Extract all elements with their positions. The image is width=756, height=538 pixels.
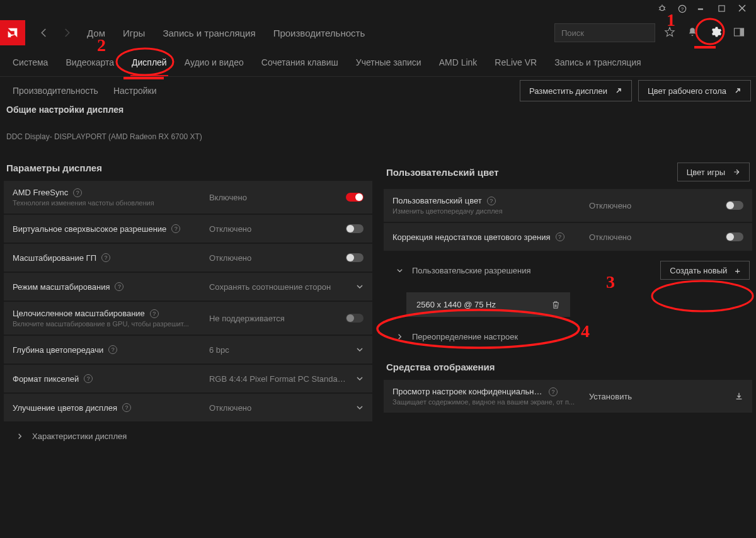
annotation-4: 4 (581, 321, 590, 341)
help-icon[interactable]: ? (150, 309, 159, 318)
freesync-value: Включено (209, 193, 247, 202)
help-icon[interactable]: ? (556, 232, 564, 241)
create-new-button[interactable]: Создать новый + (660, 261, 750, 280)
row-pixel[interactable]: Формат пикселей? RGB 4:4:4 Pixel Format … (4, 365, 372, 392)
chevron-down-icon[interactable] (396, 267, 403, 274)
game-color-button[interactable]: Цвет игры (677, 163, 750, 181)
help-icon[interactable]: ? (122, 403, 131, 412)
trash-icon[interactable] (551, 300, 560, 309)
nav-home[interactable]: Дом (78, 28, 114, 38)
forward-button[interactable] (55, 27, 78, 38)
gpu-scale-value: Отключено (209, 253, 251, 263)
gpu-scale-toggle[interactable] (346, 253, 364, 262)
vsr-value: Отключено (209, 224, 251, 234)
maximize-icon[interactable] (718, 4, 727, 13)
scale-mode-label: Режим масштабирования (13, 282, 110, 292)
row-privacy: Просмотр настроек конфиденциальности ...… (384, 380, 752, 413)
tab-relive[interactable]: ReLive VR (486, 48, 546, 76)
back-button[interactable] (33, 27, 55, 38)
svg-rect-8 (719, 6, 724, 11)
deficiency-label: Коррекция недостатков цветового зрения (392, 232, 551, 242)
help-icon[interactable]: ? (171, 224, 180, 233)
help-icon[interactable]: ? (115, 282, 123, 291)
color-enh-value: Отключено (209, 403, 251, 413)
tab-amdlink[interactable]: AMD Link (430, 48, 486, 76)
tab-display[interactable]: Дисплей (123, 48, 176, 76)
tab-gpu[interactable]: Видеокарта (57, 48, 123, 76)
int-scale-desc: Включите масштабирование в GPU, чтобы ра… (13, 320, 209, 328)
tab-accounts[interactable]: Учетные записи (347, 48, 430, 76)
row-bpc[interactable]: Глубина цветопередачи? 6 bpc (4, 336, 372, 363)
display-specs-toggle[interactable]: Характеристики дисплея (32, 432, 127, 441)
close-icon[interactable] (738, 4, 747, 13)
open-icon (734, 87, 742, 94)
row-gpu-scale: Масштабирование ГП? Отключено (4, 244, 372, 272)
sub-perf[interactable]: Производительность (5, 86, 106, 96)
nav-performance[interactable]: Производительность (265, 28, 374, 38)
custom-resolution-item[interactable]: 2560 x 1440 @ 75 Hz (406, 292, 570, 317)
bell-icon[interactable] (687, 26, 698, 40)
chevron-down-icon (356, 283, 364, 290)
tab-hotkeys[interactable]: Сочетания клавиш (253, 48, 347, 76)
display-tools-heading: Средства отображения (384, 348, 752, 380)
help-icon[interactable]: ? (108, 345, 117, 354)
help-icon[interactable]: ? (678, 4, 687, 13)
annotation-3: 3 (606, 272, 615, 292)
deficiency-toggle[interactable] (726, 232, 743, 241)
install-button[interactable]: Установить (589, 392, 632, 401)
help-icon[interactable]: ? (549, 387, 558, 396)
create-new-label: Создать новый (670, 266, 727, 275)
search-input[interactable] (554, 23, 655, 42)
int-scale-label: Целочисленное масштабирование (13, 309, 145, 318)
deficiency-value: Отключено (589, 232, 631, 242)
override-label[interactable]: Переопределение настроек (412, 332, 518, 341)
arrange-displays-button[interactable]: Разместить дисплеи (520, 80, 632, 101)
help-icon[interactable]: ? (84, 374, 93, 383)
tab-audio[interactable]: Аудио и видео (176, 48, 253, 76)
game-color-label: Цвет игры (687, 168, 725, 177)
privacy-label: Просмотр настроек конфиденциальности ... (392, 387, 544, 396)
vsr-toggle[interactable] (346, 224, 364, 233)
download-icon[interactable] (735, 392, 743, 401)
arrow-right-icon (733, 168, 740, 176)
custom-color-heading: Пользовательский цвет (386, 167, 499, 178)
chevron-down-icon (356, 375, 364, 382)
row-deficiency: Коррекция недостатков цветового зрения? … (384, 223, 752, 251)
nav-streaming[interactable]: Запись и трансляция (154, 28, 264, 38)
row-int-scale: Целочисленное масштабирование?Включите м… (4, 302, 372, 335)
privacy-desc: Защищает содержимое, видное на вашем экр… (392, 398, 589, 406)
pixel-label: Формат пикселей (13, 374, 79, 384)
chevron-right-icon[interactable] (396, 333, 403, 340)
freesync-toggle[interactable] (346, 193, 364, 202)
display-info: DDC Display- DISPLAYPORT (AMD Radeon RX … (0, 132, 756, 141)
int-scale-toggle[interactable] (346, 314, 364, 323)
custom-color-toggle[interactable] (726, 201, 743, 210)
annotation-1: 1 (667, 10, 675, 30)
chevron-right-icon[interactable] (16, 433, 23, 440)
help-icon[interactable]: ? (487, 197, 496, 205)
svg-text:?: ? (681, 6, 684, 12)
amd-logo[interactable] (0, 20, 25, 45)
arrange-label: Разместить дисплеи (529, 86, 607, 96)
int-scale-value: Не поддерживается (209, 314, 285, 323)
help-icon[interactable]: ? (101, 253, 110, 262)
bpc-label: Глубина цветопередачи (13, 345, 103, 355)
nav-games[interactable]: Игры (114, 28, 154, 38)
help-icon[interactable]: ? (73, 188, 82, 197)
tab-system[interactable]: Система (4, 48, 57, 76)
row-color-enh[interactable]: Улучшение цветов дисплея? Отключено (4, 394, 372, 421)
tab-recording[interactable]: Запись и трансляция (546, 48, 650, 76)
gpu-scale-label: Масштабирование ГП (13, 253, 96, 263)
sub-settings[interactable]: Настройки (106, 86, 164, 96)
minimize-icon[interactable]: ━ (698, 4, 707, 13)
row-custom-color: Пользовательский цвет?Изменить цветопере… (384, 189, 752, 222)
desktop-color-button[interactable]: Цвет рабочего стола (638, 80, 751, 101)
custom-color-value: Отключено (589, 201, 631, 210)
display-params-heading: Параметры дисплея (6, 163, 102, 173)
custom-res-label[interactable]: Пользовательские разрешения (412, 266, 531, 275)
dock-icon[interactable] (733, 26, 745, 40)
settings-button[interactable] (709, 26, 722, 40)
bug-icon[interactable] (658, 4, 667, 13)
row-scale-mode[interactable]: Режим масштабирования? Сохранять соотнош… (4, 273, 372, 300)
chevron-down-icon (356, 346, 364, 353)
